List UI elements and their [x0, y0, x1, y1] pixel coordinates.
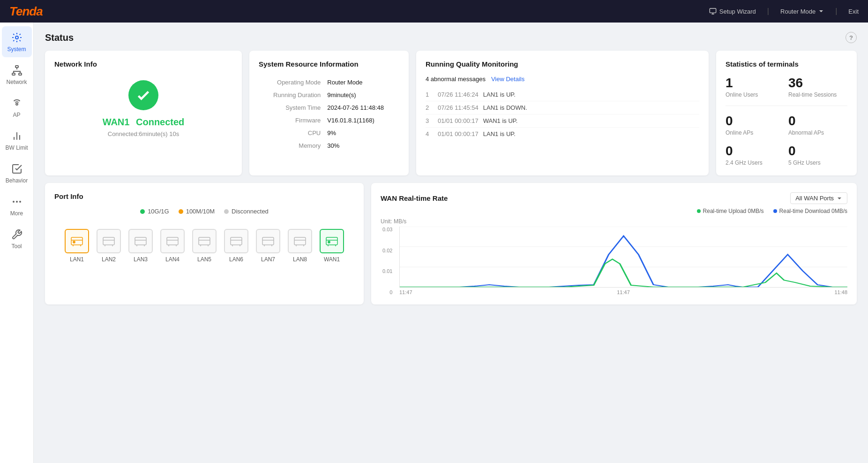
port-icon: [288, 229, 312, 253]
port-label: LAN8: [293, 256, 307, 263]
port-item[interactable]: LAN6: [224, 229, 248, 263]
system-resource-card: System Resource Information Operating Mo…: [249, 51, 409, 175]
port-item[interactable]: LAN5: [192, 229, 217, 263]
port-icon: [160, 229, 185, 253]
port-item[interactable]: LAN3: [128, 229, 153, 263]
svg-rect-17: [294, 237, 306, 245]
connected-time: Connected:6minute(s) 10s: [108, 130, 179, 137]
stat-item: 0Abnormal APs: [788, 114, 847, 136]
sidebar-behavior-label: Behavior: [6, 177, 28, 184]
svg-point-6: [16, 201, 17, 202]
svg-rect-2: [15, 66, 18, 68]
sysres-row: Memory30%: [260, 140, 398, 152]
bw-icon: [10, 129, 23, 143]
stat-item: 0Online APs: [726, 114, 785, 136]
stat-item: 05 GHz Users: [788, 144, 847, 166]
chart-wrapper: 0.03 0.02 0.01 0: [399, 227, 847, 295]
svg-rect-11: [103, 237, 114, 245]
statistics-card: Statistics of terminals 1Online Users36R…: [716, 51, 857, 175]
svg-point-8: [13, 201, 14, 202]
sidebar-network-label: Network: [6, 79, 27, 85]
svg-rect-15: [231, 237, 242, 245]
sysres-row: System Time2024-07-26 11:48:48: [260, 102, 398, 114]
sidebar-item-network[interactable]: Network: [2, 59, 32, 90]
chart-area: [399, 227, 847, 288]
stat-value: 0: [726, 144, 785, 159]
quality-time: 07/26 11:46:24: [438, 91, 479, 98]
quality-title: Running Quality Monitoring: [426, 60, 699, 68]
sidebar-item-tool[interactable]: Tool: [2, 223, 32, 254]
port-legend: 10G/1G100M/10MDisconnected: [54, 208, 354, 215]
sidebar-bw-label: BW Limit: [6, 144, 28, 151]
wan-dropdown[interactable]: All WAN Ports: [790, 192, 847, 204]
wan-chart-title: WAN Real-time Rate: [381, 194, 448, 202]
sidebar-item-bw[interactable]: BW Limit: [2, 125, 32, 156]
quality-time: 01/01 00:00:17: [438, 117, 479, 124]
wan-chart-header: WAN Real-time Rate All WAN Ports: [381, 192, 847, 204]
sidebar-item-behavior[interactable]: Behavior: [2, 158, 32, 189]
bottom-cards-row: Port Info 10G/1G100M/10MDisconnected LAN…: [45, 183, 857, 304]
wan-dropdown-label: All WAN Ports: [795, 195, 834, 202]
sidebar-item-ap[interactable]: AP: [2, 92, 32, 123]
upload-legend: Real-time Upload 0MB/s: [697, 208, 764, 214]
network-icon: [10, 64, 23, 77]
sysres-value: V16.01.8.1(1168): [327, 114, 398, 126]
quality-num: 3: [426, 117, 433, 124]
port-item[interactable]: LAN2: [97, 229, 121, 263]
stat-item: 1Online Users: [726, 76, 785, 98]
logo-text: Tenda: [9, 4, 43, 18]
port-item[interactable]: LAN1: [65, 229, 89, 263]
svg-rect-12: [135, 237, 146, 245]
svg-point-1: [15, 36, 18, 39]
port-label: LAN1: [70, 256, 84, 263]
network-status-area: WAN1 Connected Connected:6minute(s) 10s: [54, 76, 232, 145]
content-area: Status ? Network Info WAN1 Connected Con…: [34, 23, 868, 463]
port-icon: [65, 229, 89, 253]
page-title: Status: [45, 32, 74, 43]
sysres-row: Operating ModeRouter Mode: [260, 76, 398, 88]
port-item[interactable]: LAN8: [288, 229, 312, 263]
port-label: WAN1: [324, 256, 340, 263]
svg-point-5: [16, 103, 18, 105]
nav-divider2: |: [835, 7, 837, 15]
sysres-value: 9minute(s): [327, 89, 398, 101]
topnav: Tenda Setup Wizard | Router Mode | Exit: [0, 0, 868, 23]
wan-chart-card: WAN Real-time Rate All WAN Ports Real-ti…: [371, 183, 857, 304]
legend-label: 10G/1G: [148, 208, 169, 215]
port-item[interactable]: LAN7: [256, 229, 280, 263]
behavior-icon: [10, 162, 23, 175]
sidebar-item-system[interactable]: System: [2, 26, 32, 57]
svg-rect-19: [328, 241, 330, 243]
svg-rect-14: [199, 237, 210, 245]
sidebar-item-more[interactable]: More: [2, 190, 32, 221]
router-mode-btn[interactable]: Router Mode: [780, 8, 824, 15]
quality-num: 4: [426, 130, 433, 137]
stat-value: 36: [788, 76, 847, 91]
port-label: LAN6: [229, 256, 243, 263]
setup-wizard-btn[interactable]: Setup Wizard: [709, 8, 756, 15]
ports-row: LAN1 LAN2 LAN3 LAN4 LAN5 LAN6 LAN7 LAN8 …: [54, 224, 354, 267]
system-icon: [10, 31, 23, 44]
stat-label: 5 GHz Users: [788, 159, 847, 166]
quality-item: 107/26 11:46:24LAN1 is UP.: [426, 88, 699, 101]
stat-value: 0: [726, 114, 785, 129]
legend-item: 100M/10M: [179, 208, 215, 215]
port-label: LAN3: [134, 256, 148, 263]
port-item[interactable]: LAN4: [160, 229, 185, 263]
quality-msg: WAN1 is UP.: [483, 117, 699, 124]
tenda-logo: Tenda: [9, 4, 43, 19]
svg-rect-3: [12, 73, 15, 75]
help-icon[interactable]: ?: [846, 32, 857, 43]
network-info-card: Network Info WAN1 Connected Connected:6m…: [45, 51, 242, 175]
port-item[interactable]: WAN1: [320, 229, 344, 263]
sysres-row: FirmwareV16.01.8.1(1168): [260, 114, 398, 126]
sysres-value: Router Mode: [327, 76, 398, 88]
stats-grid: 1Online Users36Real-time Sessions0Online…: [726, 76, 847, 166]
sysres-row: Running Duration9minute(s): [260, 89, 398, 101]
sysres-value: 9%: [327, 127, 398, 139]
view-details-link[interactable]: View Details: [491, 76, 524, 83]
legend-label: Disconnected: [232, 208, 269, 215]
stats-divider: [726, 106, 847, 106]
wan-status-text: WAN1 Connected: [103, 117, 185, 128]
exit-btn[interactable]: Exit: [848, 8, 859, 15]
